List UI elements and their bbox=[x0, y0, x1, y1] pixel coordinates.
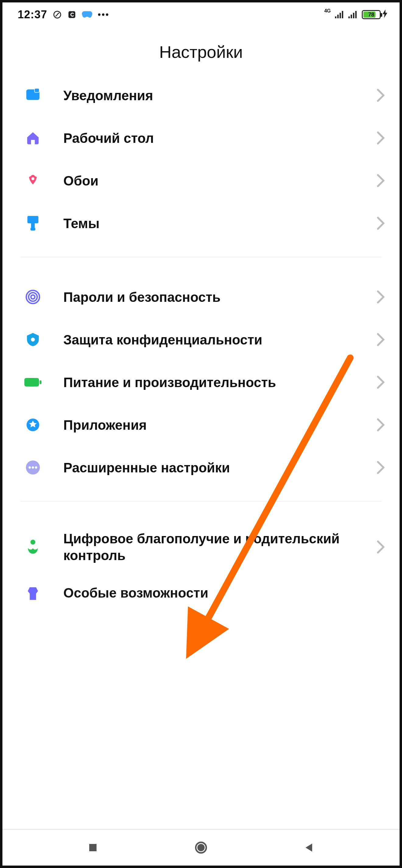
svg-rect-2 bbox=[335, 17, 337, 18]
group-separator bbox=[21, 257, 381, 257]
status-clock: 12:37 bbox=[18, 8, 47, 21]
game-icon bbox=[82, 10, 92, 19]
svg-rect-12 bbox=[35, 89, 39, 92]
svg-rect-28 bbox=[89, 844, 97, 851]
svg-rect-14 bbox=[27, 216, 38, 223]
navigation-bar bbox=[2, 829, 400, 866]
charging-icon bbox=[382, 9, 388, 20]
dnd-icon bbox=[53, 10, 62, 19]
signal-1-icon bbox=[335, 11, 344, 19]
settings-row-label: Обои bbox=[63, 173, 376, 189]
settings-row-advanced[interactable]: Расширенные настройки bbox=[2, 446, 400, 489]
svg-rect-7 bbox=[351, 14, 352, 18]
svg-rect-3 bbox=[337, 14, 339, 18]
settings-row-label: Темы bbox=[63, 215, 376, 232]
chevron-right-icon bbox=[376, 290, 385, 304]
settings-row-battery-perf[interactable]: Питание и производительность bbox=[2, 361, 400, 404]
svg-rect-8 bbox=[353, 13, 354, 18]
accessibility-icon bbox=[24, 585, 42, 603]
wellbeing-icon bbox=[24, 538, 42, 556]
chevron-right-icon bbox=[376, 375, 385, 389]
settings-row-label: Питание и производительность bbox=[63, 374, 376, 391]
chevron-right-icon bbox=[376, 174, 385, 188]
more-icon bbox=[24, 458, 42, 477]
svg-rect-6 bbox=[348, 17, 350, 18]
svg-point-20 bbox=[31, 338, 35, 342]
svg-point-27 bbox=[30, 540, 35, 545]
settings-row-notifications[interactable]: Уведомления bbox=[2, 74, 400, 117]
settings-row-home-screen[interactable]: Рабочий стол bbox=[2, 117, 400, 159]
wallpaper-icon bbox=[24, 172, 42, 190]
settings-row-label: Защита конфиденциальности bbox=[63, 331, 376, 348]
nav-back-button[interactable] bbox=[300, 838, 318, 857]
settings-row-accessibility[interactable]: Особые возможности bbox=[2, 574, 400, 603]
chevron-right-icon bbox=[376, 540, 385, 554]
notifications-icon bbox=[24, 86, 42, 104]
chevron-right-icon bbox=[376, 131, 385, 145]
battery-percent: 78 bbox=[363, 11, 380, 18]
settings-row-label: Рабочий стол bbox=[63, 130, 376, 147]
home-icon bbox=[24, 129, 42, 147]
settings-row-label: Особые возможности bbox=[63, 585, 385, 601]
chevron-right-icon bbox=[376, 418, 385, 432]
chevron-right-icon bbox=[376, 333, 385, 347]
apps-icon bbox=[24, 416, 42, 434]
signal-2-icon bbox=[348, 11, 358, 19]
group-separator bbox=[21, 501, 381, 502]
svg-point-18 bbox=[29, 293, 37, 301]
settings-row-label: Расширенные настройки bbox=[63, 459, 376, 476]
svg-point-17 bbox=[31, 295, 35, 299]
svg-rect-15 bbox=[31, 223, 35, 227]
svg-point-26 bbox=[35, 466, 37, 469]
settings-row-apps[interactable]: Приложения bbox=[2, 404, 400, 446]
app-c-icon bbox=[67, 10, 76, 19]
chevron-right-icon bbox=[376, 88, 385, 102]
settings-row-wallpaper[interactable]: Обои bbox=[2, 159, 400, 202]
settings-list: Уведомления Рабочий стол Обои Темы bbox=[2, 74, 400, 829]
fingerprint-icon bbox=[24, 288, 42, 306]
settings-row-label: Цифровое благополучие и родительский кон… bbox=[63, 530, 376, 564]
page-title: Настройки bbox=[2, 27, 400, 74]
battery-indicator: 78 bbox=[362, 9, 388, 20]
network-type-label: 4G bbox=[324, 8, 331, 13]
settings-row-digital-wellbeing[interactable]: Цифровое благополучие и родительский кон… bbox=[2, 520, 400, 574]
svg-point-25 bbox=[32, 466, 34, 469]
svg-point-30 bbox=[198, 844, 204, 850]
svg-rect-22 bbox=[39, 380, 41, 384]
svg-rect-9 bbox=[355, 11, 357, 18]
battery-icon bbox=[24, 373, 42, 391]
status-bar: 12:37 ••• 4G 78 bbox=[2, 2, 400, 27]
nav-home-button[interactable] bbox=[192, 838, 210, 857]
svg-rect-4 bbox=[340, 13, 341, 18]
svg-rect-1 bbox=[68, 11, 75, 18]
svg-rect-21 bbox=[24, 378, 39, 386]
privacy-icon bbox=[24, 331, 42, 349]
settings-row-label: Приложения bbox=[63, 416, 376, 433]
settings-row-themes[interactable]: Темы bbox=[2, 202, 400, 245]
svg-point-24 bbox=[29, 466, 31, 469]
chevron-right-icon bbox=[376, 461, 385, 474]
themes-icon bbox=[24, 214, 42, 232]
chevron-right-icon bbox=[376, 216, 385, 230]
more-notifications-icon: ••• bbox=[98, 10, 109, 20]
svg-point-13 bbox=[31, 177, 34, 180]
settings-row-privacy[interactable]: Защита конфиденциальности bbox=[2, 318, 400, 361]
settings-row-label: Пароли и безопасность bbox=[63, 289, 376, 306]
svg-rect-16 bbox=[30, 227, 35, 230]
settings-row-label: Уведомления bbox=[63, 87, 376, 104]
nav-recent-button[interactable] bbox=[84, 838, 102, 857]
settings-row-passwords-security[interactable]: Пароли и безопасность bbox=[2, 276, 400, 318]
svg-rect-5 bbox=[342, 11, 343, 18]
